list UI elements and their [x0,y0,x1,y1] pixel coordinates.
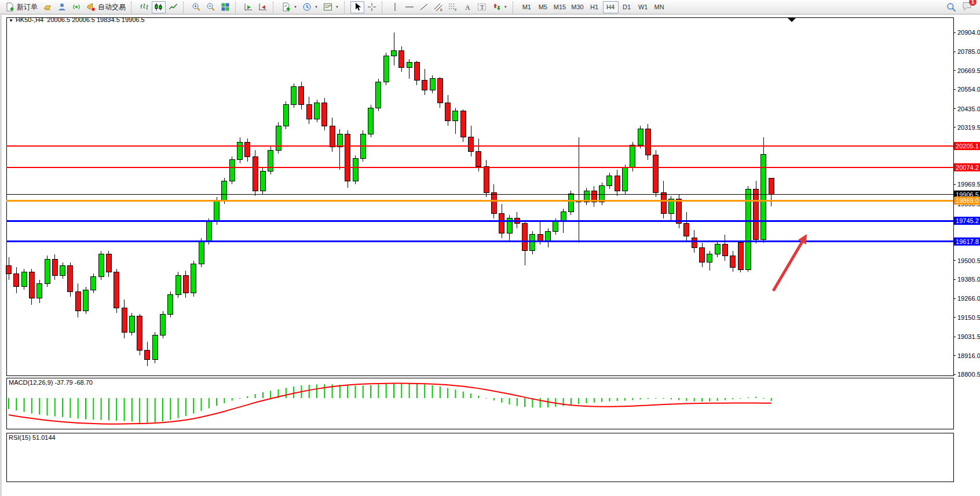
rsi-panel[interactable] [6,433,953,482]
macd-histogram-bar [78,398,79,418]
bear-candle-body [469,137,474,152]
candlestick-button[interactable] [152,1,166,13]
text-tool[interactable]: A [460,1,474,13]
zoom-in-icon [192,2,201,12]
macd-histogram-bar [578,398,579,404]
candle [206,218,211,245]
bear-candle-body [6,265,12,273]
macd-histogram-bar [755,397,756,398]
megaphone-icon [86,2,96,12]
tf-mn[interactable]: MN [652,1,667,13]
community-button[interactable] [55,1,69,13]
bull-candle-body [383,56,389,82]
macd-histogram-bar [216,398,217,406]
zoom-out-button[interactable] [204,1,218,13]
macd-histogram-bar [709,398,710,402]
macd-histogram-bar [555,398,556,407]
tf-m5[interactable]: M5 [535,1,551,13]
bull-candle-body [430,79,435,90]
gold-icon [43,2,52,12]
bear-candle-body [499,213,504,233]
chat-button[interactable]: 1 [962,1,972,13]
bear-candle-body [537,235,543,241]
macd-histogram-bar [293,386,294,398]
periods-button[interactable]: ▼ [300,1,320,13]
candle [253,150,258,196]
bull-candle-body [599,186,605,202]
tf-m15[interactable]: M15 [551,1,568,13]
trendline-tool[interactable] [417,1,431,13]
chart-canvas[interactable]: 20904.020785.020669.520554.020435.020319… [2,15,980,496]
bear-candle-body [29,272,34,298]
svg-text:A: A [465,3,470,12]
crosshair-tool-button[interactable] [365,1,379,13]
bar-chart-icon [140,2,149,12]
tf-d1[interactable]: D1 [619,1,635,13]
candle [383,53,389,85]
templates-button[interactable]: ▼ [321,1,341,13]
vertical-line-tool[interactable] [388,1,402,13]
line-chart-button[interactable] [166,1,180,13]
macd-histogram-bar [717,398,718,401]
main-chart-panel[interactable] [6,17,953,375]
search-icon[interactable] [946,2,956,12]
new-order-button[interactable]: 新订单 [3,1,40,13]
candle [283,101,288,129]
tf-h1[interactable]: H1 [587,1,602,13]
macd-histogram-bar [547,398,548,407]
macd-histogram-bar [85,398,86,420]
candle [638,126,643,148]
candle [376,79,381,111]
macd-histogram-bar [8,398,9,409]
new-order-label: 新订单 [17,2,38,12]
macd-histogram-bar [517,398,518,406]
macd-histogram-bar [347,385,348,398]
auto-trading-button[interactable]: 自动交易 [84,1,128,13]
candle [530,231,535,254]
macd-histogram-bar [309,385,310,398]
text-label-tool[interactable]: T [475,1,489,13]
toolbar-separator [183,2,187,13]
macd-histogram-bar [401,383,402,398]
price-badge-label: 20205.1 [956,143,979,149]
bear-candle-body [754,189,759,239]
tf-m30[interactable]: M30 [569,1,586,13]
bear-candle-body [75,291,81,311]
price-tick-label: 19385.0 [957,276,980,283]
zoom-in-button[interactable] [189,1,203,13]
macd-histogram-bar [62,398,63,417]
price-badge-label: 19869.0 [956,197,979,204]
styler-button[interactable] [41,1,54,13]
auto-scroll-button[interactable] [242,1,255,13]
bull-candle-body [607,176,612,186]
crosshair-icon [367,2,376,12]
bear-candle-body [522,223,528,251]
cursor-tool-button[interactable] [350,1,364,13]
tile-windows-button[interactable] [218,1,232,13]
price-tick-label: 19266.0 [957,295,980,302]
fibonacci-tool[interactable]: F [446,1,460,13]
bull-candle-body [407,63,412,67]
bull-candle-body [291,87,297,105]
arrows-tool[interactable]: ▼ [489,1,510,13]
macd-panel[interactable] [6,378,953,429]
tf-h4[interactable]: H4 [603,1,619,13]
equidistant-channel-tool[interactable]: E [432,1,445,13]
bear-candle-body [52,259,57,275]
candle [229,156,235,184]
macd-histogram-bar [131,398,133,421]
candle [98,251,104,280]
tf-m1[interactable]: M1 [519,1,535,13]
signals-button[interactable] [70,1,83,13]
chart-shift-button[interactable] [256,1,270,13]
indicators-button[interactable]: ▼ [279,1,299,13]
price-tick-label: 18800.5 [957,371,980,378]
tf-w1[interactable]: W1 [635,1,651,13]
price-axis[interactable]: 20904.020785.020669.520554.020435.020319… [953,29,980,378]
horizontal-line-tool[interactable] [403,1,416,13]
candle [677,194,682,228]
price-tick-label: 19031.5 [957,333,980,340]
bull-candle-body [206,222,211,242]
bear-candle-body [145,350,150,360]
bar-chart-button[interactable] [137,1,151,13]
